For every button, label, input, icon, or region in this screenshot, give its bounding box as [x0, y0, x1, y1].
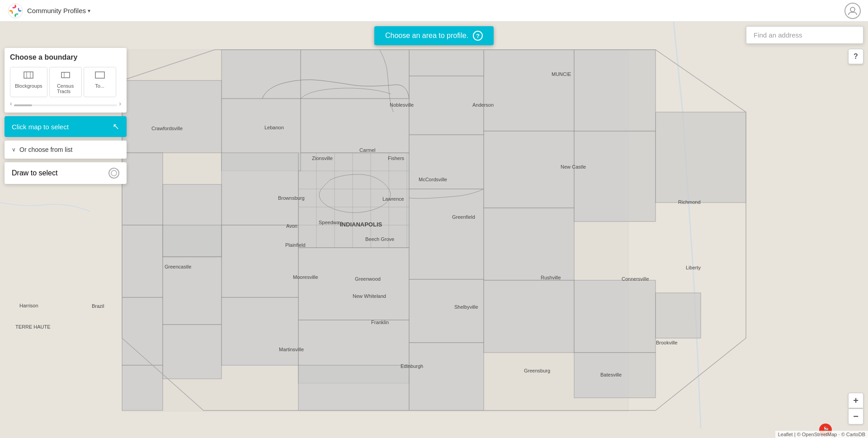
tab-census-tracts[interactable]: CensusTracts [49, 67, 82, 97]
carto-attribution: © CartoDB [841, 432, 865, 437]
logo[interactable]: Community Profiles ▾ [7, 3, 90, 19]
svg-rect-10 [409, 189, 484, 279]
draw-label: Draw to select [12, 169, 57, 177]
banner-text: Choose an area to profile. [385, 32, 468, 40]
boundary-tabs: Blockgroups CensusTracts To... [10, 67, 121, 97]
osm-attribution: © OpenStreetMap [797, 432, 837, 437]
svg-rect-11 [409, 135, 484, 189]
svg-rect-33 [298, 365, 409, 410]
cursor-icon: ↖ [113, 122, 119, 132]
svg-rect-15 [484, 208, 574, 280]
svg-point-55 [111, 170, 117, 176]
map-help-button[interactable]: ? [848, 49, 863, 64]
draw-circle-icon [108, 168, 119, 179]
find-address-placeholder: Find an address [754, 31, 802, 39]
other-tab-icon [94, 70, 105, 81]
tab-census-tracts-label: CensusTracts [57, 83, 74, 94]
svg-rect-20 [301, 50, 409, 99]
svg-rect-39 [656, 293, 701, 338]
census-tracts-icon [60, 70, 71, 81]
map-attribution: Leaflet | © OpenStreetMap · © CartoDB [775, 431, 868, 438]
map-svg [0, 22, 868, 438]
scroll-left-icon[interactable]: ‹ [10, 100, 12, 107]
svg-rect-21 [222, 50, 301, 99]
svg-rect-24 [122, 153, 163, 225]
svg-rect-50 [24, 72, 33, 78]
zoom-in-button[interactable]: + [848, 393, 863, 408]
find-address-input[interactable]: Find an address [746, 26, 863, 44]
svg-rect-14 [484, 131, 574, 208]
user-avatar[interactable] [844, 3, 861, 19]
draw-to-select-card[interactable]: Draw to select [5, 162, 127, 184]
svg-rect-29 [122, 365, 163, 410]
leaflet-attribution: Leaflet [778, 432, 793, 437]
svg-rect-12 [409, 76, 484, 135]
svg-rect-27 [163, 257, 222, 325]
svg-rect-7 [222, 153, 298, 225]
svg-rect-36 [484, 280, 574, 353]
svg-point-1 [850, 7, 855, 12]
svg-rect-5 [301, 99, 409, 153]
svg-rect-54 [95, 72, 104, 78]
boundary-card: Choose a boundary Blockgroups CensusTrac… [5, 48, 127, 113]
choose-area-banner[interactable]: Choose an area to profile. ? [374, 26, 494, 45]
header: Community Profiles ▾ [0, 0, 868, 22]
app-title[interactable]: Community Profiles ▾ [27, 7, 90, 14]
svg-rect-19 [409, 50, 484, 76]
tab-other[interactable]: To... [84, 67, 116, 97]
tab-other-label: To... [95, 83, 104, 89]
left-panel: Choose a boundary Blockgroups CensusTrac… [5, 48, 127, 184]
savi-logo-icon [7, 3, 24, 19]
app-title-chevron-icon: ▾ [88, 8, 90, 14]
svg-rect-8 [222, 225, 298, 297]
or-choose-from-list-button[interactable]: ∨ Or choose from list [5, 141, 127, 159]
svg-rect-16 [574, 131, 656, 221]
svg-rect-25 [122, 225, 163, 297]
click-map-to-select-button[interactable]: Click map to select ↖ [5, 116, 127, 137]
svg-rect-37 [574, 280, 656, 353]
tab-scroll-indicator [14, 104, 32, 106]
svg-rect-34 [409, 279, 484, 343]
svg-rect-31 [222, 297, 298, 365]
svg-rect-4 [298, 153, 409, 248]
or-choose-card: ∨ Or choose from list [5, 141, 127, 159]
user-icon [848, 6, 858, 16]
svg-rect-17 [656, 112, 746, 203]
scroll-right-icon[interactable]: › [119, 100, 121, 107]
zoom-controls: + − [848, 393, 863, 424]
click-map-label: Click map to select [12, 123, 69, 131]
svg-rect-35 [409, 343, 484, 410]
app-name-label: Community Profiles [27, 7, 86, 14]
svg-rect-28 [163, 225, 222, 257]
svg-rect-26 [122, 297, 163, 365]
svg-rect-9 [298, 248, 409, 320]
boundary-title: Choose a boundary [10, 53, 121, 61]
chevron-down-icon: ∨ [12, 146, 16, 153]
or-choose-label: Or choose from list [19, 146, 72, 153]
svg-rect-38 [574, 353, 656, 398]
map[interactable]: MUNCIEAndersonLebanonNoblesvilleNew Cast… [0, 22, 868, 438]
banner-help-icon[interactable]: ? [473, 31, 483, 41]
tab-blockgroups[interactable]: Blockgroups [10, 67, 47, 97]
blockgroups-icon [23, 70, 34, 81]
tab-scrollbar [14, 104, 118, 106]
zoom-out-button[interactable]: − [848, 409, 863, 424]
svg-rect-30 [163, 325, 222, 379]
header-right [844, 3, 861, 19]
svg-rect-23 [122, 80, 222, 153]
svg-rect-13 [484, 50, 574, 131]
tab-blockgroups-label: Blockgroups [15, 83, 42, 89]
svg-rect-18 [574, 50, 656, 131]
